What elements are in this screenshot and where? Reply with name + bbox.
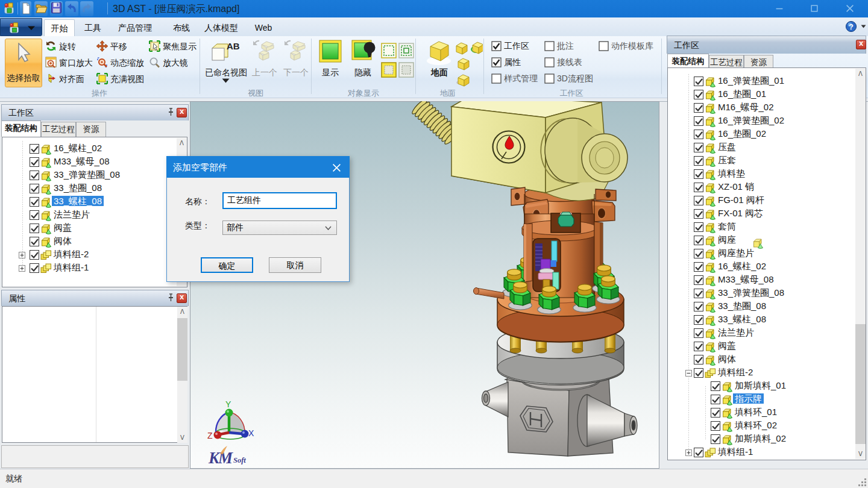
svg-text:Y: Y bbox=[225, 399, 231, 409]
svg-text:AB: AB bbox=[227, 41, 240, 51]
svg-text:Soft: Soft bbox=[233, 456, 246, 465]
svg-text:X: X bbox=[248, 428, 254, 438]
svg-text:Z: Z bbox=[207, 431, 213, 440]
svg-text:?: ? bbox=[849, 22, 854, 31]
svg-text:KM: KM bbox=[208, 449, 233, 467]
